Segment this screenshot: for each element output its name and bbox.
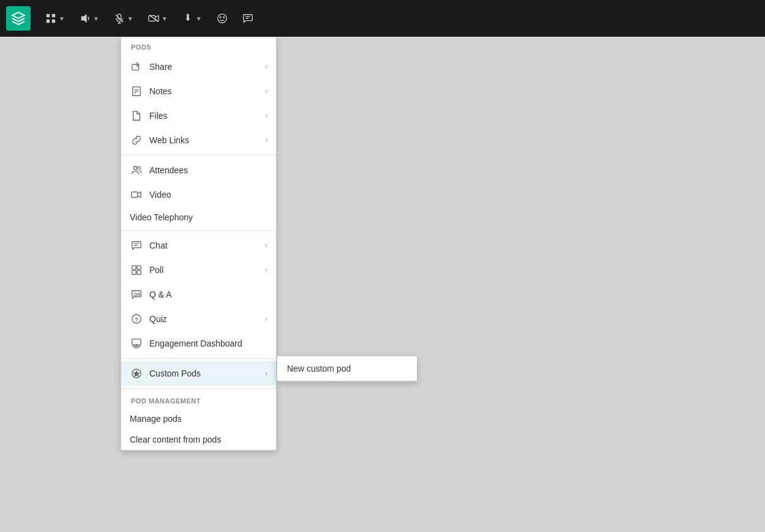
svg-rect-24 [132,192,138,198]
engagement-dashboard-icon [130,337,143,350]
pods-button[interactable]: ▼ [40,9,70,28]
quiz-icon: ? [130,312,143,326]
app-logo[interactable] [6,6,31,31]
svg-point-23 [138,167,141,170]
divider-4 [121,388,276,389]
menu-item-web-links[interactable]: Web Links › [121,128,276,152]
svg-rect-3 [52,20,55,23]
custom-pods-sub-dropdown: New custom pod [277,356,417,381]
video-label: Video [149,190,267,200]
share-chevron: ▼ [196,15,202,22]
pods-chevron: ▼ [59,15,65,22]
svg-marker-4 [81,14,87,23]
svg-text:QA: QA [134,291,141,297]
divider-3 [121,358,276,359]
chat-label: Chat [149,241,265,250]
menu-item-custom-pods[interactable]: Custom Pods › [121,361,276,386]
chat-icon [130,239,143,252]
audio-button[interactable]: ▼ [75,9,104,28]
qa-label: Q & A [149,290,267,299]
notes-icon [130,84,143,98]
quiz-label: Quiz [149,314,265,324]
menu-item-notes[interactable]: Notes › [121,79,276,103]
engagement-dashboard-label: Engagement Dashboard [149,339,267,348]
custom-pods-label: Custom Pods [149,369,265,378]
new-custom-pod-label: New custom pod [287,364,351,373]
menu-item-share[interactable]: Share › [121,54,276,79]
divider-2 [121,230,276,231]
share-icon [130,60,143,73]
files-label: Files [149,111,265,121]
reactions-button[interactable] [237,9,258,28]
menu-item-chat[interactable]: Chat › [121,233,276,258]
svg-line-8 [116,15,124,23]
svg-marker-39 [133,370,140,377]
divider-1 [121,155,276,155]
menu-item-clear-content[interactable]: Clear content from pods [121,429,276,450]
svg-rect-1 [52,14,55,17]
mic-button[interactable]: ▼ [109,9,138,28]
poll-label: Poll [149,265,265,275]
menu-item-video-telephony[interactable]: Video Telephony [121,207,276,228]
menu-item-video[interactable]: Video [121,182,276,207]
svg-text:?: ? [135,317,138,323]
svg-point-11 [217,14,226,23]
attendees-label: Attendees [149,165,267,175]
svg-rect-29 [132,271,136,274]
mic-chevron: ▼ [127,15,133,22]
svg-point-22 [134,167,137,170]
menu-item-quiz[interactable]: ? Quiz › [121,307,276,331]
pods-section-label: PODS [121,37,276,54]
video-icon [130,188,143,201]
poll-arrow: › [265,266,267,274]
menu-item-manage-pods[interactable]: Manage pods [121,408,276,429]
menu-item-engagement-dashboard[interactable]: Engagement Dashboard [121,331,276,356]
new-custom-pod-item[interactable]: New custom pod [277,356,417,381]
web-links-arrow: › [265,136,267,144]
custom-pods-icon [130,367,143,380]
svg-line-10 [149,15,158,22]
svg-rect-28 [137,266,141,269]
attendees-icon [130,163,143,177]
emoji-button[interactable] [212,9,233,28]
svg-rect-34 [132,339,141,345]
svg-rect-30 [137,271,141,274]
poll-icon [130,263,143,277]
share-arrow: › [265,62,267,71]
camera-button[interactable]: ▼ [143,9,173,28]
menu-item-qa[interactable]: QA Q & A [121,282,276,307]
svg-rect-2 [47,20,50,23]
menu-item-attendees[interactable]: Attendees [121,158,276,182]
video-telephony-label: Video Telephony [130,212,193,222]
notes-label: Notes [149,86,265,96]
svg-point-13 [223,17,224,18]
manage-pods-label: Manage pods [130,414,182,424]
pods-dropdown-menu: PODS Share › Notes › [121,37,277,451]
clear-content-label: Clear content from pods [130,435,221,444]
pod-management-section-label: POD MANAGEMENT [121,391,276,408]
custom-pods-arrow: › [265,369,267,378]
chat-arrow: › [265,241,267,250]
share-label: Share [149,62,265,72]
files-icon [130,109,143,122]
menu-item-poll[interactable]: Poll › [121,258,276,282]
menu-item-files[interactable]: Files › [121,103,276,128]
svg-rect-27 [132,266,136,269]
qa-icon: QA [130,288,143,301]
files-arrow: › [265,111,267,120]
svg-point-12 [220,17,221,18]
share-screen-button[interactable]: ▼ [177,9,207,28]
svg-rect-0 [47,14,50,17]
audio-chevron: ▼ [93,15,99,22]
quiz-arrow: › [265,315,267,323]
web-links-label: Web Links [149,135,265,145]
camera-chevron: ▼ [162,15,168,22]
web-links-icon [130,133,143,147]
toolbar: ▼ ▼ ▼ ▼ ▼ [0,0,765,37]
notes-arrow: › [265,87,267,96]
